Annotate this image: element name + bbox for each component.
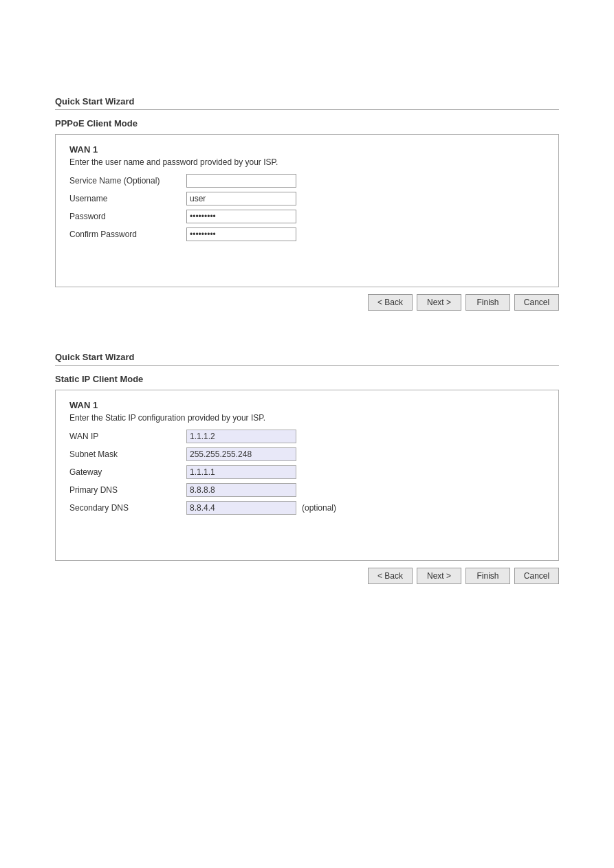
section2-divider	[55, 365, 559, 366]
secondary-dns-optional: (optional)	[302, 503, 336, 513]
pppoe-password-row: Password	[69, 210, 545, 223]
pppoe-username-row: Username	[69, 192, 545, 205]
static-mode-label: Static IP Client Mode	[55, 374, 559, 384]
pppoe-username-label: Username	[69, 194, 186, 203]
static-wan-desc: Enter the Static IP configuration provid…	[69, 413, 545, 423]
pppoe-confirm-password-input[interactable]	[186, 227, 296, 241]
section1-divider	[55, 109, 559, 110]
pppoe-config-box: WAN 1 Enter the user name and password p…	[55, 134, 559, 287]
pppoe-back-button[interactable]: < Back	[368, 294, 413, 311]
static-gateway-label: Gateway	[69, 467, 186, 477]
static-primary-dns-input[interactable]	[186, 483, 296, 497]
static-gateway-row: Gateway	[69, 465, 545, 479]
section1-title: Quick Start Wizard	[55, 96, 559, 107]
static-wan-title: WAN 1	[69, 400, 545, 410]
pppoe-service-name-row: Service Name (Optional)	[69, 174, 545, 188]
static-wan-ip-input[interactable]	[186, 430, 296, 443]
static-subnet-input[interactable]	[186, 447, 296, 461]
pppoe-password-input[interactable]	[186, 210, 296, 223]
pppoe-confirm-password-label: Confirm Password	[69, 230, 186, 239]
static-config-box: WAN 1 Enter the Static IP configuration …	[55, 390, 559, 561]
pppoe-next-button[interactable]: Next >	[417, 294, 461, 311]
pppoe-btn-row: < Back Next > Finish Cancel	[55, 294, 559, 311]
pppoe-wan-desc: Enter the user name and password provide…	[69, 157, 545, 167]
static-cancel-button[interactable]: Cancel	[514, 568, 559, 584]
static-subnet-row: Subnet Mask	[69, 447, 545, 461]
static-next-button[interactable]: Next >	[417, 568, 461, 584]
section-pppoe: Quick Start Wizard PPPoE Client Mode WAN…	[55, 96, 559, 311]
pppoe-service-name-input[interactable]	[186, 174, 296, 188]
static-wan-ip-row: WAN IP	[69, 430, 545, 443]
pppoe-service-name-label: Service Name (Optional)	[69, 176, 186, 186]
static-finish-button[interactable]: Finish	[465, 568, 510, 584]
pppoe-confirm-password-row: Confirm Password	[69, 227, 545, 241]
section-static-ip: Quick Start Wizard Static IP Client Mode…	[55, 352, 559, 584]
static-gateway-input[interactable]	[186, 465, 296, 479]
pppoe-username-input[interactable]	[186, 192, 296, 205]
pppoe-mode-label: PPPoE Client Mode	[55, 118, 559, 129]
static-wan-ip-label: WAN IP	[69, 432, 186, 441]
pppoe-finish-button[interactable]: Finish	[465, 294, 510, 311]
static-back-button[interactable]: < Back	[368, 568, 413, 584]
static-primary-dns-row: Primary DNS	[69, 483, 545, 497]
static-primary-dns-label: Primary DNS	[69, 485, 186, 495]
section2-title: Quick Start Wizard	[55, 352, 559, 362]
static-secondary-dns-input[interactable]	[186, 501, 296, 515]
static-secondary-dns-label: Secondary DNS	[69, 503, 186, 513]
pppoe-cancel-button[interactable]: Cancel	[514, 294, 559, 311]
pppoe-wan-title: WAN 1	[69, 144, 545, 155]
static-secondary-dns-row: Secondary DNS (optional)	[69, 501, 545, 515]
static-subnet-label: Subnet Mask	[69, 449, 186, 459]
static-btn-row: < Back Next > Finish Cancel	[55, 568, 559, 584]
pppoe-password-label: Password	[69, 212, 186, 221]
